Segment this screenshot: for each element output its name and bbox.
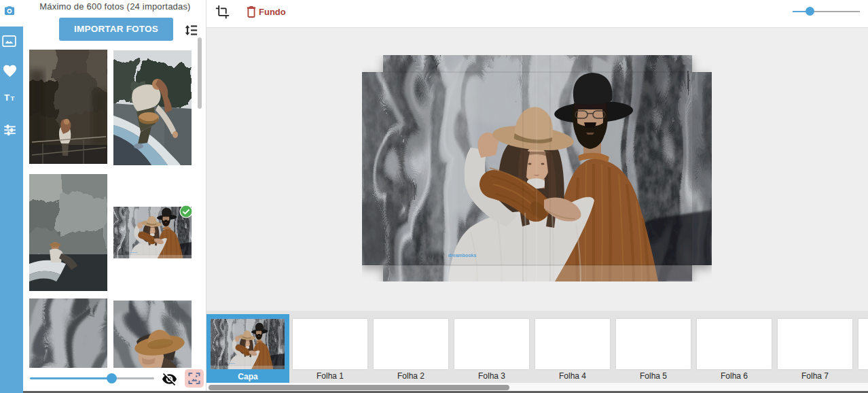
svg-text:T: T [4,92,10,103]
svg-text:T: T [11,95,15,102]
